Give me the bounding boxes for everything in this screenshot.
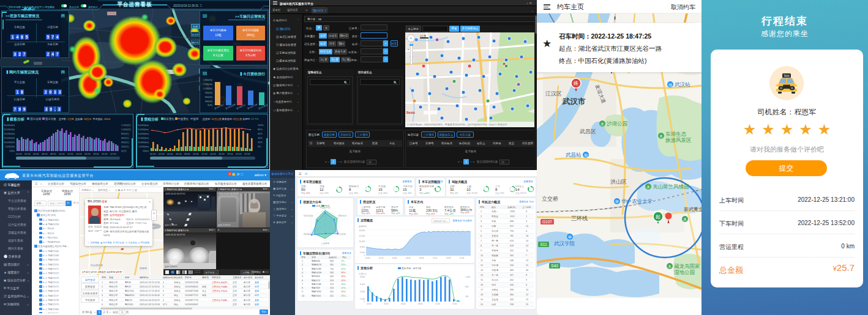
svg-text:14:00: 14:00 — [210, 153, 216, 155]
svg-text:09:00: 09:00 — [419, 257, 424, 259]
svg-text:600: 600 — [465, 286, 469, 288]
svg-text:关山荷兰风情园: 关山荷兰风情园 — [653, 183, 689, 190]
svg-text:不定时约车: 不定时约车 — [320, 207, 331, 209]
svg-text:20,000(km): 20,000(km) — [138, 133, 149, 135]
svg-text:学: 学 — [568, 235, 572, 239]
svg-text:1,500(元): 1,500(元) — [203, 83, 212, 86]
svg-text:400(次): 400(次) — [121, 141, 129, 144]
svg-text:武汉站: 武汉站 — [675, 81, 690, 87]
svg-text:25,000(km): 25,000(km) — [138, 128, 149, 131]
svg-text:即时叫车: 即时叫车 — [339, 215, 346, 217]
svg-text:800(次): 800(次) — [121, 132, 129, 135]
svg-text:1,200(元): 1,200(元) — [203, 87, 212, 90]
svg-text:06:00: 06:00 — [401, 303, 406, 305]
svg-text:东湖生态: 东湖生态 — [665, 131, 687, 137]
svg-text:藏龙岛国家: 藏龙岛国家 — [674, 263, 700, 269]
svg-text:12:00: 12:00 — [435, 303, 440, 305]
svg-text:固定线路: 固定线路 — [304, 233, 312, 235]
svg-text:40%: 40% — [258, 137, 263, 139]
svg-text:1,000(次): 1,000(次) — [121, 128, 132, 131]
svg-text:09:00: 09:00 — [418, 303, 423, 305]
svg-text:武昌站: 武昌站 — [566, 152, 582, 158]
svg-text:12:00: 12:00 — [201, 153, 208, 155]
svg-text:机场定点驻车: 机场定点驻车 — [304, 215, 313, 217]
svg-text:300(元): 300(元) — [205, 100, 212, 103]
svg-text:学: 学 — [615, 199, 619, 204]
svg-text:新武黄立交: 新武黄立交 — [684, 207, 702, 212]
svg-text:武汉市: 武汉市 — [562, 97, 586, 106]
svg-text:旅游风景区: 旅游风景区 — [665, 137, 692, 143]
svg-text:20:00: 20:00 — [236, 153, 242, 155]
svg-text:湿地公园: 湿地公园 — [674, 269, 695, 275]
svg-text:12:00: 12:00 — [67, 153, 73, 155]
svg-text:02:15: 02:15 — [379, 257, 384, 259]
svg-text:08:00: 08:00 — [184, 153, 190, 155]
svg-text:12,000: 12,000 — [359, 235, 365, 237]
svg-text:1,800(元): 1,800(元) — [203, 78, 212, 81]
svg-text:80%: 80% — [258, 128, 263, 131]
svg-text:15:00: 15:00 — [452, 303, 457, 305]
svg-text:立交桥: 立交桥 — [542, 196, 558, 202]
svg-text:02:00: 02:00 — [24, 153, 31, 155]
svg-text:14,000: 14,000 — [359, 229, 365, 232]
svg-text:终: 终 — [574, 81, 578, 86]
svg-text:上座率高: 上座率高 — [321, 242, 330, 245]
svg-text:18:00: 18:00 — [93, 153, 99, 155]
svg-text:5,000(km): 5,000(km) — [138, 146, 149, 148]
svg-text:4,000: 4,000 — [360, 291, 365, 293]
svg-text:木: 木 — [683, 217, 687, 221]
svg-text:04:30: 04:30 — [392, 257, 397, 259]
svg-text:600(元): 600(元) — [205, 95, 212, 98]
svg-text:10,000: 10,000 — [359, 240, 365, 243]
svg-text:园林路: 园林路 — [140, 267, 147, 270]
svg-text:06:45: 06:45 — [406, 257, 411, 259]
svg-text:0(元): 0(元) — [208, 103, 212, 106]
svg-text:20%: 20% — [258, 141, 263, 144]
svg-text:木: 木 — [646, 185, 651, 189]
svg-text:木: 木 — [659, 134, 664, 138]
svg-text:18:00: 18:00 — [227, 153, 233, 155]
svg-text:04:00: 04:00 — [33, 153, 39, 155]
svg-text:200(次): 200(次) — [121, 145, 129, 148]
svg-text:15,000(km): 15,000(km) — [138, 137, 149, 139]
svg-text:100%: 100% — [258, 124, 264, 127]
svg-text:04:00: 04:00 — [167, 153, 173, 155]
svg-text:8,000: 8,000 — [360, 246, 365, 248]
svg-text:30,000(km): 30,000(km) — [138, 124, 149, 127]
svg-text:6,000: 6,000 — [360, 283, 365, 286]
svg-text:华中农业大学: 华中农业大学 — [621, 198, 653, 204]
svg-text:600(次): 600(次) — [121, 136, 129, 139]
svg-text:武汉学院: 武汉学院 — [554, 240, 575, 246]
svg-text:0(km): 0(km) — [143, 150, 149, 152]
svg-text:200: 200 — [465, 295, 469, 298]
svg-text:03:00: 03:00 — [384, 303, 389, 305]
svg-text:60%: 60% — [258, 133, 263, 135]
svg-text:武昌区: 武昌区 — [580, 128, 596, 135]
svg-text:S40: S40 — [551, 264, 558, 268]
svg-text:06:00: 06:00 — [42, 153, 48, 155]
svg-text:08:00: 08:00 — [50, 153, 56, 155]
svg-text:20,000(元): 20,000(元) — [4, 132, 15, 135]
svg-text:10:00: 10:00 — [59, 153, 65, 155]
svg-text:S11: S11 — [540, 242, 547, 246]
svg-text:沙湖公园: 沙湖公园 — [607, 120, 627, 127]
svg-text:5,000(元): 5,000(元) — [5, 145, 15, 148]
svg-text:1,000: 1,000 — [465, 276, 470, 278]
svg-text:TAXI: TAXI — [784, 75, 790, 78]
svg-text:13:30: 13:30 — [446, 257, 451, 259]
svg-text:16:00: 16:00 — [84, 153, 91, 155]
svg-text:25,000(元): 25,000(元) — [4, 128, 15, 131]
svg-text:木: 木 — [600, 122, 605, 126]
svg-text:1,200(次): 1,200(次) — [121, 124, 132, 127]
svg-text:●: ● — [416, 39, 417, 41]
svg-text:0(次): 0(次) — [121, 149, 127, 152]
svg-text:8,000: 8,000 — [360, 276, 365, 278]
svg-text:00:00: 00:00 — [367, 303, 372, 305]
svg-text:16:00: 16:00 — [219, 153, 225, 155]
svg-text:0(元): 0(元) — [10, 149, 15, 152]
svg-text:0: 0 — [364, 300, 365, 303]
svg-text:G107: G107 — [542, 220, 552, 224]
svg-text:22:00: 22:00 — [110, 153, 116, 155]
svg-text:6,000: 6,000 — [360, 251, 365, 254]
svg-text:00:00: 00:00 — [365, 257, 370, 259]
